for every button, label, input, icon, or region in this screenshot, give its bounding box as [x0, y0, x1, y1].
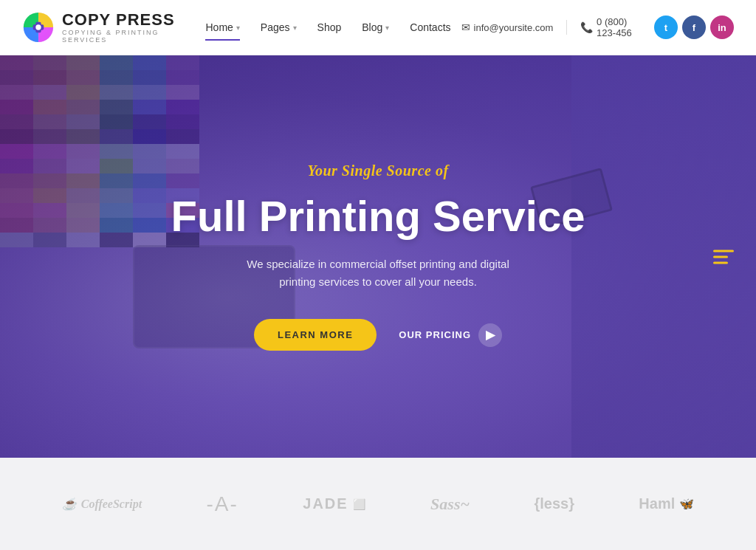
chevron-down-icon: ▾	[236, 24, 240, 32]
partner-jade: JADE⬜	[303, 495, 365, 512]
email-icon: ✉	[461, 21, 470, 33]
hero-title: Full Printing Service	[171, 193, 585, 240]
hero-actions: LEARN MORE OUR PRICING ▶	[171, 319, 585, 351]
hero-content: Your Single Source of Full Printing Serv…	[157, 162, 600, 351]
nav-contacts[interactable]: Contacts	[399, 16, 461, 39]
hero-description: We specialize in commercial offset print…	[238, 255, 518, 291]
phone-contact: 📞 0 (800) 123-456	[580, 16, 641, 38]
social-icons: t f in	[654, 16, 734, 39]
svg-point-4	[35, 24, 41, 30]
nav-blog[interactable]: Blog ▾	[351, 16, 399, 39]
logo-text: COPY PRESS COPYING & PRINTING SERVICES	[62, 11, 196, 44]
partner-angular: -A-	[207, 492, 238, 516]
facebook-button[interactable]: f	[682, 16, 706, 39]
phone-icon: 📞	[580, 21, 593, 33]
partner-less: {less}	[534, 495, 574, 512]
hamburger-line-1	[713, 250, 734, 252]
partner-haml: Haml🦋	[639, 495, 694, 512]
nav-home[interactable]: Home ▾	[195, 16, 250, 39]
chevron-down-icon: ▾	[293, 24, 297, 32]
twitter-button[interactable]: t	[654, 16, 678, 39]
pricing-button[interactable]: OUR PRICING ▶	[399, 323, 502, 347]
hamburger-line-3	[713, 261, 728, 264]
logo-sub-text: COPYING & PRINTING SERVICES	[62, 29, 196, 44]
header-right: ✉ info@yoursite.com 📞 0 (800) 123-456 t …	[461, 16, 734, 39]
partner-coffeescript: ☕ CoffeeScript	[62, 497, 142, 511]
partners-section: ☕ CoffeeScript -A- JADE⬜ Sass~ {less} Ha…	[0, 458, 756, 550]
instagram-button[interactable]: in	[710, 16, 734, 39]
email-contact: ✉ info@yoursite.com	[461, 21, 554, 33]
logo-icon	[22, 10, 55, 45]
logo[interactable]: COPY PRESS COPYING & PRINTING SERVICES	[22, 10, 195, 45]
logo-main-text: COPY PRESS	[62, 11, 196, 29]
learn-more-button[interactable]: LEARN MORE	[254, 319, 377, 351]
hamburger-menu[interactable]	[713, 250, 734, 264]
site-header: COPY PRESS COPYING & PRINTING SERVICES H…	[0, 0, 756, 55]
nav-shop[interactable]: Shop	[307, 16, 352, 39]
chevron-down-icon: ▾	[385, 24, 389, 32]
hero-subtitle: Your Single Source of	[171, 162, 585, 179]
hamburger-line-2	[713, 255, 728, 258]
partner-sass: Sass~	[430, 495, 470, 514]
nav-pages[interactable]: Pages ▾	[250, 16, 307, 39]
divider	[566, 20, 567, 35]
main-nav: Home ▾ Pages ▾ Shop Blog ▾ Contacts	[195, 16, 461, 39]
hero-section: Your Single Source of Full Printing Serv…	[0, 55, 756, 458]
arrow-right-icon: ▶	[478, 323, 502, 347]
